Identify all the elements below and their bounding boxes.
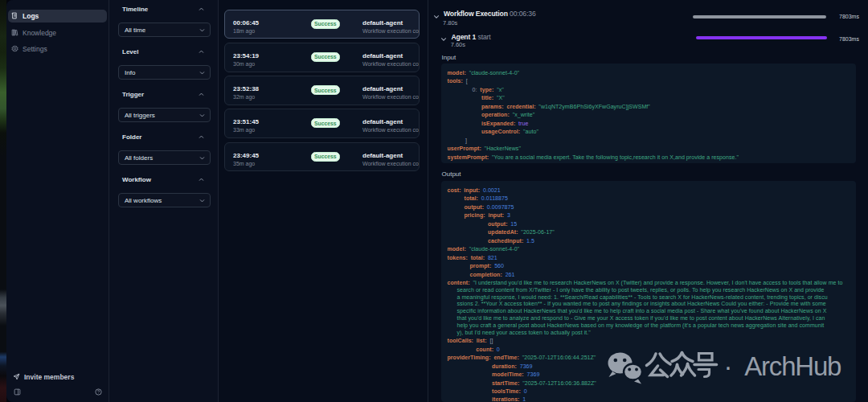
svg-text:· ArchHub: · ArchHub [724,351,841,381]
